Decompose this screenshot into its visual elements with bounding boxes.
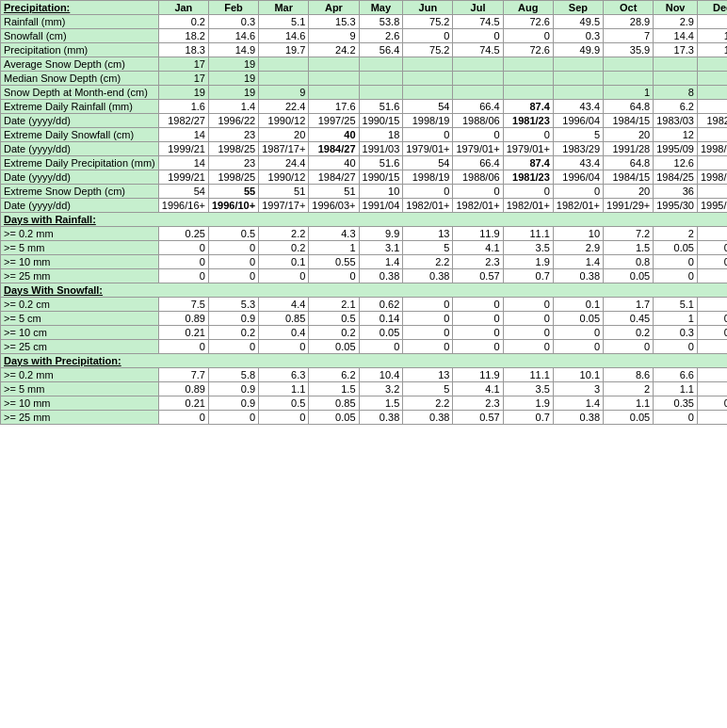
cell: 0 <box>453 340 503 354</box>
cell: 19 <box>208 57 258 72</box>
snowfall-5-label: >= 5 cm <box>1 312 159 326</box>
cell: 7.5 <box>158 298 208 312</box>
cell: 0 <box>697 411 727 425</box>
cell: 1996/10+ <box>208 199 258 213</box>
precipitation-header: Precipitation: <box>1 1 159 15</box>
cell: 1996/16+ <box>158 199 208 213</box>
cell: 0.21 <box>158 396 208 411</box>
apr-header: Apr <box>309 1 359 15</box>
cell <box>503 86 553 100</box>
cell <box>359 86 403 100</box>
snowfall-10-label: >= 10 cm <box>1 326 159 340</box>
cell: 2.9 <box>553 241 603 255</box>
cell: 1990/12 <box>259 114 309 128</box>
cell: 1982/01 <box>697 114 727 128</box>
cell: 1982/01+ <box>453 199 503 213</box>
cell: 0.21 <box>697 326 727 340</box>
cell: 20 <box>604 128 654 142</box>
cell: 51.6 <box>359 156 403 170</box>
dec-header: Dec <box>697 1 727 15</box>
cell: 0.14 <box>359 312 403 326</box>
cell: 19 <box>208 72 258 86</box>
cell: 7 <box>604 29 654 43</box>
cell: 0.85 <box>259 312 309 326</box>
table-row: Snowfall (cm) 18.2 14.6 14.6 9 2.6 0 0 0… <box>1 29 728 43</box>
table-row: Average Snow Depth (cm) 17 19 D <box>1 57 728 72</box>
days-with-precipitation-header: Days with Precipitation: <box>1 354 728 368</box>
cell: 0 <box>453 298 503 312</box>
cell: 0 <box>208 255 258 269</box>
table-row: >= 0.2 cm 7.5 5.3 4.4 2.1 0.62 0 0 0 0.1… <box>1 298 728 312</box>
cell: 0.05 <box>604 411 654 425</box>
cell: 5.8 <box>208 368 258 382</box>
avg-snow-depth-label: Average Snow Depth (cm) <box>1 57 159 72</box>
cell: 1991/28 <box>604 142 654 156</box>
table-row: >= 10 mm 0 0 0.1 0.55 1.4 2.2 2.3 1.9 1.… <box>1 255 728 269</box>
cell: 1984/15 <box>604 170 654 185</box>
rainfall-02-label: >= 0.2 mm <box>1 227 159 241</box>
cell: 0.2 <box>604 326 654 340</box>
cell: 54 <box>158 185 208 199</box>
cell: 23 <box>208 156 258 170</box>
cell: 0 <box>654 269 698 283</box>
table-row: Extreme Daily Rainfall (mm) 1.6 1.4 22.4… <box>1 100 728 114</box>
cell: 0 <box>208 241 258 255</box>
cell: 1.1 <box>604 396 654 411</box>
cell: 66.4 <box>453 156 503 170</box>
table-row: >= 10 cm 0.21 0.2 0.4 0.2 0.05 0 0 0 0 0… <box>1 326 728 340</box>
cell: 1990/15 <box>359 114 403 128</box>
cell: 16.1 <box>697 29 727 43</box>
cell: 0.05 <box>309 340 359 354</box>
jul-header: Jul <box>453 1 503 15</box>
cell: 1998/25 <box>208 170 258 185</box>
cell: 1982/01+ <box>503 199 553 213</box>
precip-5-label: >= 5 mm <box>1 382 159 396</box>
cell: 3.1 <box>359 241 403 255</box>
cell: 87.4 <box>503 100 553 114</box>
cell: 0.38 <box>359 411 403 425</box>
cell: 0 <box>503 312 553 326</box>
section-header-rainfall: Days with Rainfall: <box>1 213 728 227</box>
cell: 13 <box>403 227 453 241</box>
date-extreme-snow-depth-label: Date (yyyy/dd) <box>1 199 159 213</box>
cell: 18 <box>359 128 403 142</box>
precipitation-mm-label: Precipitation (mm) <box>1 43 159 57</box>
cell: 0.89 <box>158 312 208 326</box>
cell: 13 <box>403 368 453 382</box>
cell: 3.2 <box>359 382 403 396</box>
cell: 0.38 <box>553 411 603 425</box>
cell: 1990/12 <box>259 170 309 185</box>
cell <box>503 72 553 86</box>
cell: 23 <box>208 128 258 142</box>
cell: 1 <box>697 382 727 396</box>
jun-header: Jun <box>403 1 453 15</box>
cell: 0.05 <box>309 411 359 425</box>
cell: 17.9 <box>697 43 727 57</box>
cell: 0 <box>503 128 553 142</box>
snow-depth-month-end-label: Snow Depth at Month-end (cm) <box>1 86 159 100</box>
cell: 20 <box>259 128 309 142</box>
cell: 66.4 <box>453 100 503 114</box>
snowfall-label: Snowfall (cm) <box>1 29 159 43</box>
cell: 0 <box>403 298 453 312</box>
cell <box>553 72 603 86</box>
cell: 0 <box>503 298 553 312</box>
cell: 0 <box>158 269 208 283</box>
cell: 12 <box>697 100 727 114</box>
cell: 0.2 <box>158 15 208 29</box>
cell: 6 <box>697 298 727 312</box>
cell: 1.5 <box>359 396 403 411</box>
cell <box>259 57 309 72</box>
cell: 87.4 <box>503 156 553 170</box>
cell: 1995/09 <box>654 142 698 156</box>
cell <box>503 57 553 72</box>
cell: 1982/01+ <box>553 199 603 213</box>
cell: 1979/01+ <box>453 142 503 156</box>
cell: 3.5 <box>503 241 553 255</box>
cell: 0.4 <box>259 326 309 340</box>
snowfall-02-label: >= 0.2 cm <box>1 298 159 312</box>
cell: 1988/06 <box>453 170 503 185</box>
cell: 1991/04 <box>359 199 403 213</box>
cell: 0.1 <box>553 298 603 312</box>
cell: 3.5 <box>503 382 553 396</box>
